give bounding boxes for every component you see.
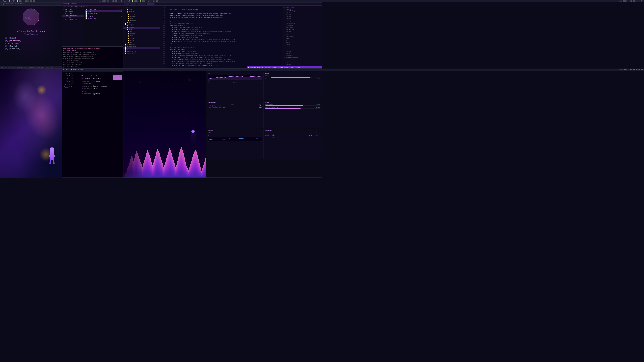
fm-tree-temp[interactable]: ▸ Temp-Settings [62, 14, 84, 16]
sm-ram-fill [271, 77, 310, 78]
sm-star3 [189, 80, 190, 80]
ed-tab-themes[interactable]: themes [147, 3, 154, 5]
ed-outline-outputs[interactable]: ▸ outputs [282, 8, 322, 10]
sm-cpu-stats: CPU like 11 [208, 80, 262, 82]
fm-file-license[interactable]: 📄 LICENSE 34.3 K [85, 16, 122, 18]
ed-tree-user[interactable]: ▾ 📁 user [124, 29, 160, 30]
wm-icon-r: ★ [124, 0, 125, 2]
fm-terminal: emmet@snowfire /home/emmet/.dotfiles/fla… [62, 46, 123, 68]
ed-status-branch: ⎇ main [296, 67, 300, 68]
bat2-r: 🔋 20% [139, 0, 145, 2]
bat1: 100% [12, 0, 15, 2]
sm-equalizer [124, 71, 206, 177]
ed-body: .dotfiles ▸ 📁 .git ▸ 📁 patches ▾ 📁 profi… [124, 5, 322, 68]
fm-file-installsh[interactable]: 📄 install.sh [85, 14, 122, 16]
mem-r: 2B [153, 0, 155, 2]
ed-tree-pkgs[interactable]: 📁 pkgs [124, 36, 160, 38]
ed-tree-desktop[interactable]: 🖼 desktop.png [124, 45, 160, 47]
sm-temp-title: Temperatures [208, 102, 262, 103]
fm-file-flakenix[interactable]: 📄 flake.nix 2.26 K [85, 10, 122, 12]
ed-tree-readme2[interactable]: 📄 README.org [124, 43, 160, 45]
ed-code[interactable]: description = "Flake of LibrePhoenix"; o… [166, 5, 282, 68]
fm-term-cmd: $ rapidash-galar [63, 49, 122, 51]
fm-file-flakelock[interactable]: 🔒 flake.lock 27.5 K [85, 8, 122, 10]
fm-tree-external[interactable]: ▸ External [62, 16, 84, 18]
qb-link-quickmarks[interactable]: [b] [Quickmarks] [5, 39, 57, 42]
sm-cpu-panel: CPU CPU like 11 0% AVG 13 8% [206, 72, 264, 100]
sm-disk-title: Disks [265, 102, 320, 103]
sm-proc-title: Processes [265, 130, 320, 131]
ed-outline-usersettings[interactable]: ▾ userSettings [282, 29, 322, 30]
ed-right-panel: description ▸ outputs ▾ systemSettings s… [282, 5, 322, 68]
ed-tree-wsl[interactable]: ▸ 📁 wsl [124, 21, 160, 23]
top-bar-bottom: ★ Tech 🔋 100% ⚡ 100% Sat 2024-03-09 05:0… [62, 68, 322, 71]
ed-statusbar: ◆ .dotfiles/flake.nix 3:0 Top Producer.p… [247, 66, 322, 68]
sysmon-window: System Monitor ✕ [123, 68, 322, 178]
qb-content: . . . . . . . .---------. . . / . . . \ … [0, 5, 62, 68]
ed-tree-flakenix[interactable]: 📄 flake.nix [124, 47, 160, 49]
ed-tree-git[interactable]: ▸ 📁 .git [124, 8, 160, 10]
ed-tree-harden[interactable]: 📄 harden.sh [124, 49, 160, 51]
ed-tree-patches[interactable]: ▸ 📁 patches [124, 10, 160, 12]
qb-link-close[interactable]: [x] [Close tab] [5, 48, 57, 50]
ed-tree-worklab[interactable]: 📁 worklab [124, 19, 160, 21]
ed-tree-installorg[interactable]: 📄 install.org [124, 51, 160, 53]
ed-tree-personal[interactable]: 📁 personal [124, 16, 160, 17]
sm-temp-row1: card0 (amdgpu): edge 49°C [208, 105, 262, 107]
qutebrowser-window: ◈ qutebrowser — Tech Profile . . . . . .… [0, 2, 62, 68]
qb-link-search[interactable]: [o] [Search] [5, 37, 57, 39]
fm-tree-dotfiles[interactable]: ▶ dotfiles [62, 8, 84, 10]
sm-proc-headers: PID Name CPU% MEM% [265, 131, 320, 133]
qb-welcome: Welcome to Qutebrowser [16, 30, 46, 32]
ed-tree-themes[interactable]: ▸ 📁 themes [124, 27, 160, 29]
qb-logo-circle [23, 8, 40, 25]
fm-path: /home/emmet/.dotfiles/flake.nix [62, 5, 123, 8]
sm-bars-container [124, 92, 206, 177]
ed-tree-style[interactable]: 📁 style [124, 40, 160, 41]
ed-status-producer: Producer.p/LibrePhoenix.p [272, 67, 290, 68]
ed-outline-symsettings[interactable]: ▾ systemSettings [282, 10, 322, 12]
sm-net-panel: Network 36.0 19.5 0% 0%0% [206, 129, 264, 159]
ed-tree-wm[interactable]: 📁 wm [124, 41, 160, 43]
fm-body: ▶ dotfiles ▸ Documents ▸ Pictures ▸ Temp… [62, 8, 123, 46]
ed-tree-work[interactable]: 📁 work [124, 17, 160, 19]
fm-tree-pics[interactable]: ▸ Pictures [62, 12, 84, 14]
qb-title-text: qutebrowser — Tech Profile [3, 3, 26, 5]
top-bar-right-half: ★ Tech 🔋 100% 🔋 20% ⚡ 100% 2B 1B Sat 202… [123, 0, 322, 2]
ed-tree-profiles[interactable]: ▾ 📁 profiles [124, 12, 160, 14]
qb-link-history[interactable]: [S h] [History] [5, 42, 57, 45]
ed-tab-outputs[interactable]: outputs [137, 3, 146, 5]
fm-term-org: org-nursery, org-yaap, org-side-tree,..$ [63, 57, 122, 59]
ed-tree-app[interactable]: 📁 app [124, 30, 160, 32]
ed-tree-shell[interactable]: 📁 shell [124, 38, 160, 40]
sm-proc-row3: 3186 pipewire-pu 0.15 0.1% [265, 136, 320, 138]
sm-disk-row2: /dev/dm-0 /nix/store 303GB [265, 107, 320, 108]
sm-disk-panel: Disks /dev/dm-0 / 304GB /dev/dm-0 /nix/s… [264, 101, 321, 128]
sm-cpu-title: CPU [208, 73, 262, 74]
sm-disk2-fill [265, 108, 301, 109]
ed-tree-homelab[interactable]: 📁 home lab [124, 14, 160, 16]
ed-tree-installsh[interactable]: 📄 install.sh [124, 53, 160, 54]
ed-tree-system[interactable]: ▸ 📁 system [124, 25, 160, 27]
ed-tree-hardware[interactable]: 📁 hardware [124, 32, 160, 34]
ed-tree-readme-root[interactable]: 📄 README.org [124, 23, 160, 25]
neo-ascii: \\ \\ // ==\\\\--\\/ // // \\// ==// //=… [64, 75, 76, 95]
fm-tree-docs[interactable]: ▸ Documents [62, 10, 84, 12]
sm-mem-100: 100% [265, 75, 320, 76]
fm-file-readme[interactable]: 📄 README.org [85, 18, 122, 19]
ed-tree-lang[interactable]: 📁 lang [124, 34, 160, 36]
fm-term-tz: timezone = "America/Chicago"; [63, 68, 122, 68]
fm-tree-octave[interactable]: ▸ oct-ave-works [62, 18, 84, 21]
neofetch-window: emmet@snowfire:~ $ distfetch \\ \\ // ==… [62, 68, 123, 178]
qb-link-newtab[interactable]: [t] [New tab] [5, 45, 57, 48]
sm-disk-pct: 0%0% [265, 109, 320, 111]
sm-star1 [140, 82, 140, 82]
sm-ram-track [271, 77, 312, 78]
fm-term-desc: description = "Flake of LibrePhoenix"; [63, 51, 122, 53]
ed-status-file: ◆ .dotfiles/flake.nix [248, 67, 263, 68]
wm-icon: ★ [1, 0, 2, 2]
ed-outline-nixpatched[interactable]: ▸ ■ nixpkgs-patched [282, 56, 322, 58]
ed-tab-desc[interactable]: description [124, 3, 136, 5]
sm-disk-row1: /dev/dm-0 / 304GB [265, 104, 320, 105]
fm-file-installorg[interactable]: 📄 install.org [85, 12, 122, 14]
